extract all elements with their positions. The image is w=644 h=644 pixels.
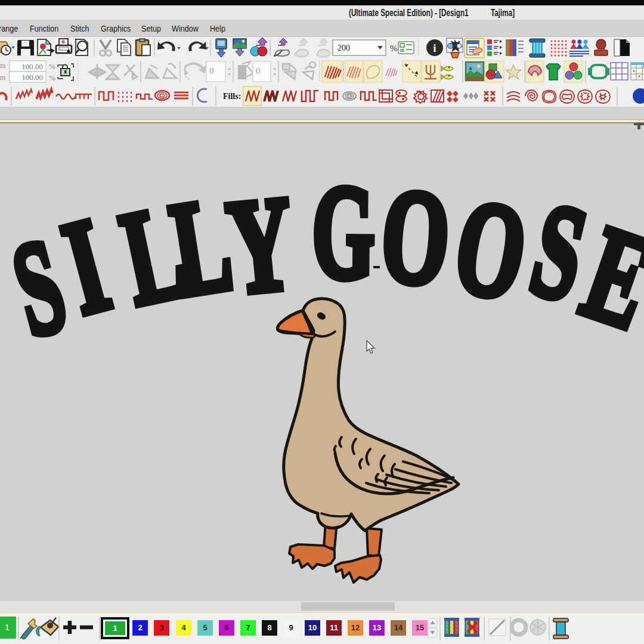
svg-text:i: i bbox=[433, 42, 436, 54]
svg-text:%: % bbox=[390, 44, 398, 53]
svg-text:200: 200 bbox=[338, 44, 350, 52]
svg-text:G: G bbox=[311, 157, 375, 306]
svg-text:100.00: 100.00 bbox=[21, 73, 43, 82]
svg-text:0: 0 bbox=[209, 66, 214, 76]
svg-text:m: m bbox=[0, 73, 6, 82]
svg-text:m: m bbox=[0, 61, 6, 70]
svg-text:%: % bbox=[49, 73, 55, 82]
svg-text:0: 0 bbox=[256, 66, 261, 76]
svg-text:Fills:: Fills: bbox=[223, 92, 241, 101]
svg-text:%: % bbox=[49, 62, 55, 71]
svg-text:100.00: 100.00 bbox=[21, 62, 43, 71]
